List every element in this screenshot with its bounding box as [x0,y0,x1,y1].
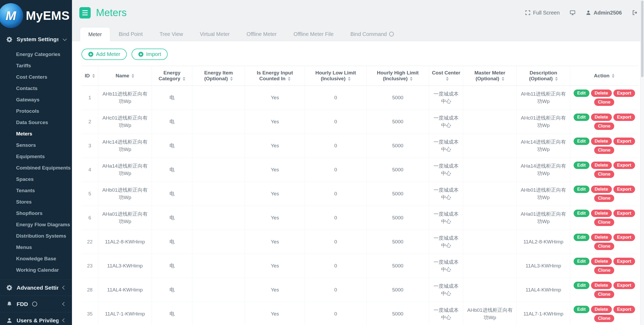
clone-button[interactable]: Clone [594,147,614,154]
clone-button[interactable]: Clone [594,123,614,130]
tab-offline-meter[interactable]: Offline Meter [238,27,285,41]
sort-icon[interactable] [92,74,95,78]
column-header-name[interactable]: Name [98,66,152,86]
sidebar-item-knowledge-base[interactable]: Knowledge Base [0,253,72,264]
edit-button[interactable]: Edit [574,90,589,97]
tab-meter[interactable]: Meter [80,27,110,41]
edit-button[interactable]: Edit [574,306,589,313]
column-header-id[interactable]: ID [81,66,98,86]
export-button[interactable]: Export [613,162,635,169]
edit-button[interactable]: Edit [574,138,589,145]
delete-button[interactable]: Delete [591,234,612,241]
sidebar-item-combined-equipments[interactable]: Combined Equipments [0,162,72,173]
export-button[interactable]: Export [613,90,635,97]
vertical-scrollbar[interactable] [640,0,644,325]
tab-bind-command[interactable]: Bind Command [342,27,402,41]
sort-icon[interactable] [348,77,351,81]
tab-bind-point[interactable]: Bind Point [110,27,151,41]
sort-icon[interactable] [132,74,134,78]
user-menu[interactable]: Admin2506 [585,10,622,16]
sort-icon[interactable] [410,77,413,81]
sidebar-item-shopfloors[interactable]: Shopfloors [0,208,72,219]
tab-virtual-meter[interactable]: Virtual Meter [191,27,238,41]
sidebar-item-tenants[interactable]: Tenants [0,185,72,196]
clone-button[interactable]: Clone [594,195,614,202]
delete-button[interactable]: Delete [591,258,612,265]
edit-button[interactable]: Edit [574,258,589,265]
sidebar-item-menus[interactable]: Menus [0,242,72,253]
clone-button[interactable]: Clone [594,267,614,274]
export-button[interactable]: Export [613,282,635,289]
sidebar-item-energy-categories[interactable]: Energy Categories [0,49,72,60]
clone-button[interactable]: Clone [594,243,614,250]
edit-button[interactable]: Edit [574,186,589,193]
column-header-is-energy-input-counted-in[interactable]: Is Energy Input Counted In [245,66,305,86]
delete-button[interactable]: Delete [591,186,612,193]
sidebar-item-energy-flow-diagrams[interactable]: Energy Flow Diagrams [0,219,72,230]
clone-button[interactable]: Clone [594,98,614,106]
sidebar-section-fdd[interactable]: FDD [0,296,72,312]
delete-button[interactable]: Delete [591,306,612,313]
sidebar-section-advanced-settings[interactable]: Advanced Settings [0,279,72,296]
sidebar-item-sensors[interactable]: Sensors [0,139,72,151]
sidebar-toggle-button[interactable] [79,7,91,18]
delete-button[interactable]: Delete [591,210,612,217]
tab-offline-meter-file[interactable]: Offline Meter File [285,27,342,41]
monitor-button[interactable] [570,10,575,16]
column-header-hourly-high-limit-inclusive[interactable]: Hourly High Limit (Inclusive) [366,66,429,86]
clone-button[interactable]: Clone [594,219,614,226]
sidebar-item-tariffs[interactable]: Tariffs [0,60,72,71]
full-screen-button[interactable]: Full Screen [525,10,560,16]
export-button[interactable]: Export [613,258,635,265]
delete-button[interactable]: Delete [591,90,612,97]
sidebar-item-gateways[interactable]: Gateways [0,94,72,105]
delete-button[interactable]: Delete [591,138,612,145]
sort-icon[interactable] [446,77,449,81]
delete-button[interactable]: Delete [591,282,612,289]
sidebar-item-working-calendar[interactable]: Working Calendar [0,264,72,276]
sort-icon[interactable] [502,77,504,81]
edit-button[interactable]: Edit [574,162,589,169]
delete-button[interactable]: Delete [591,114,612,121]
export-button[interactable]: Export [613,306,635,313]
add-meter-button[interactable]: Add Meter [81,49,127,60]
sort-icon[interactable] [555,77,558,81]
export-button[interactable]: Export [613,114,635,121]
export-button[interactable]: Export [613,234,635,241]
edit-button[interactable]: Edit [574,234,589,241]
clone-button[interactable]: Clone [594,315,614,322]
sidebar-item-equipments[interactable]: Equipments [0,151,72,162]
edit-button[interactable]: Edit [574,114,589,121]
tab-tree-view[interactable]: Tree View [151,27,191,41]
column-header-description-optional[interactable]: Description (Optional) [517,66,570,86]
sidebar-item-cost-centers[interactable]: Cost Centers [0,71,72,83]
export-button[interactable]: Export [613,210,635,217]
sidebar-item-contacts[interactable]: Contacts [0,83,72,94]
export-button[interactable]: Export [613,186,635,193]
sort-icon[interactable] [230,77,233,81]
sort-icon[interactable] [288,77,290,81]
sidebar-section-system-settings[interactable]: System Settings [0,31,72,48]
export-button[interactable]: Export [613,138,635,145]
sidebar-item-stores[interactable]: Stores [0,196,72,208]
edit-button[interactable]: Edit [574,210,589,217]
sidebar-item-protocols[interactable]: Protocols [0,105,72,117]
delete-button[interactable]: Delete [591,162,612,169]
sidebar-item-spaces[interactable]: Spaces [0,173,72,185]
clone-button[interactable]: Clone [594,291,614,298]
clone-button[interactable]: Clone [594,171,614,178]
sidebar-item-distribution-systems[interactable]: Distribution Systems [0,230,72,242]
sidebar-item-data-sources[interactable]: Data Sources [0,117,72,128]
edit-button[interactable]: Edit [574,282,589,289]
column-header-hourly-low-limit-inclusive[interactable]: Hourly Low Limit (Inclusive) [305,66,366,86]
column-header-energy-category[interactable]: Energy Category [152,66,192,86]
import-button[interactable]: Import [132,49,168,60]
column-header-master-meter-optional[interactable]: Master Meter (Optional) [463,66,517,86]
sort-icon[interactable] [183,77,185,81]
column-header-action[interactable]: Action [570,66,638,86]
sidebar-section-users-privileges[interactable]: Users & Privileges [0,312,72,325]
column-header-cost-center[interactable]: Cost Center [429,66,463,86]
brand[interactable]: M MyEMS [0,0,72,31]
scrollbar-thumb[interactable] [641,1,643,77]
column-header-energy-item-optional[interactable]: Energy Item (Optional) [192,66,245,86]
